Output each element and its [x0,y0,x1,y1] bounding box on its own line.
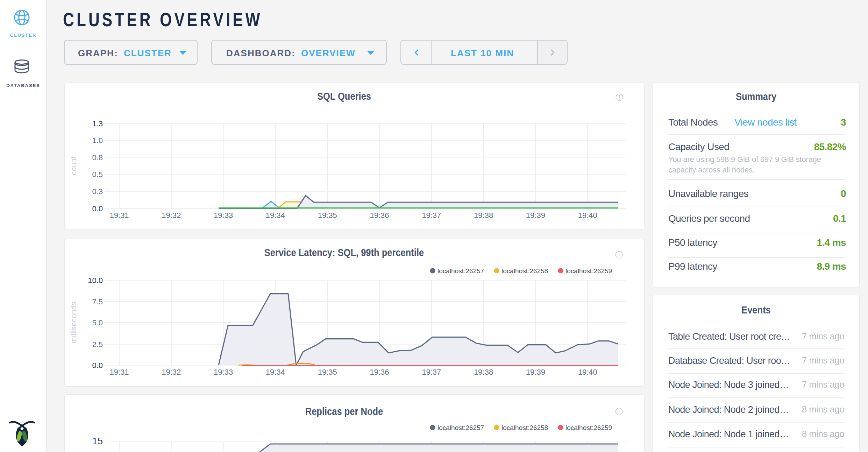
svg-text:10.0: 10.0 [88,276,103,285]
svg-text:localhost:26259: localhost:26259 [565,267,612,275]
svg-text:19:36: 19:36 [370,368,389,376]
svg-text:19:35: 19:35 [318,368,337,376]
svg-text:19:34: 19:34 [266,368,285,376]
svg-text:19:34: 19:34 [266,211,285,220]
svg-text:0.0: 0.0 [92,361,103,370]
svg-text:7.5: 7.5 [92,297,103,306]
svg-text:2.5: 2.5 [92,340,103,349]
svg-text:19:37: 19:37 [422,368,441,376]
svg-text:19:36: 19:36 [370,211,389,220]
svg-text:localhost:26259: localhost:26259 [565,424,612,431]
svg-text:19:40: 19:40 [578,368,597,376]
svg-text:19:33: 19:33 [214,368,233,376]
svg-text:1.0: 1.0 [92,136,103,145]
svg-text:localhost:26258: localhost:26258 [501,267,548,275]
svg-text:19:31: 19:31 [109,211,129,220]
svg-text:15: 15 [92,436,103,446]
svg-text:19:38: 19:38 [474,368,493,376]
svg-text:5.0: 5.0 [92,318,103,327]
svg-text:19:32: 19:32 [162,211,181,220]
svg-text:19:32: 19:32 [162,368,181,376]
svg-text:19:40: 19:40 [578,211,597,220]
svg-text:0.5: 0.5 [92,170,103,179]
svg-text:localhost:26258: localhost:26258 [501,424,548,431]
svg-text:19:35: 19:35 [318,211,337,220]
svg-text:19:33: 19:33 [214,211,233,220]
svg-text:0.0: 0.0 [92,204,103,213]
svg-text:19:39: 19:39 [526,368,545,376]
svg-text:localhost:26257: localhost:26257 [437,424,484,431]
svg-text:0.8: 0.8 [92,153,103,162]
svg-text:0.3: 0.3 [92,187,103,196]
svg-text:19:31: 19:31 [109,368,129,376]
svg-text:10: 10 [92,450,103,452]
svg-text:19:37: 19:37 [422,211,441,220]
svg-text:19:39: 19:39 [526,211,545,220]
svg-text:localhost:26257: localhost:26257 [437,267,484,275]
svg-text:1.3: 1.3 [92,119,103,128]
svg-text:count: count [69,156,78,175]
svg-text:19:38: 19:38 [474,211,493,220]
svg-text:milliseconds: milliseconds [69,302,78,344]
